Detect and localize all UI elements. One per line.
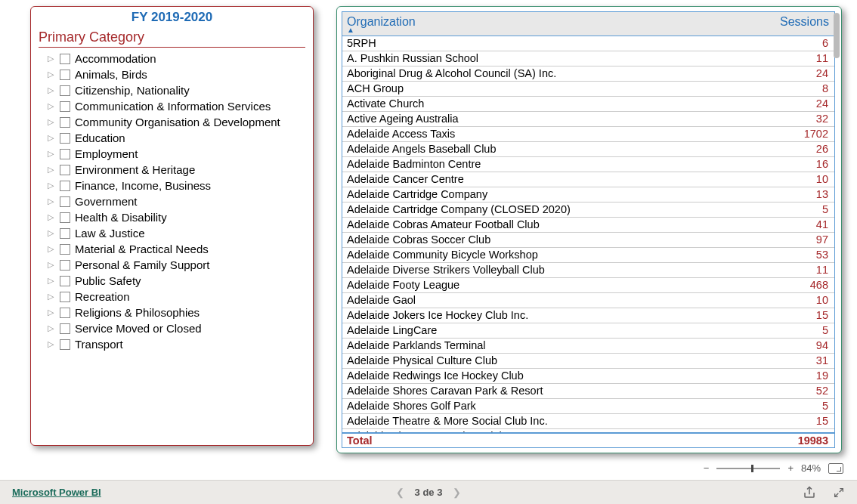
- category-checkbox[interactable]: [60, 181, 70, 191]
- table-row[interactable]: Adelaide Cancer Centre10: [342, 172, 834, 187]
- table-row[interactable]: ACH Group8: [342, 82, 834, 97]
- category-checkbox[interactable]: [60, 165, 70, 175]
- category-checkbox[interactable]: [60, 133, 70, 144]
- expand-arrow-icon[interactable]: ▷: [48, 228, 55, 238]
- category-checkbox[interactable]: [60, 339, 70, 350]
- category-checkbox[interactable]: [60, 308, 70, 318]
- category-item[interactable]: ▷Personal & Family Support: [48, 257, 305, 273]
- expand-arrow-icon[interactable]: ▷: [48, 85, 55, 95]
- category-item[interactable]: ▷Transport: [48, 336, 305, 352]
- vertical-scrollbar[interactable]: [834, 13, 840, 58]
- category-item[interactable]: ▷Recreation: [48, 289, 305, 305]
- category-item[interactable]: ▷Environment & Heritage: [48, 162, 305, 178]
- category-checkbox[interactable]: [60, 101, 70, 112]
- category-item[interactable]: ▷Communication & Information Services: [48, 98, 305, 114]
- category-item[interactable]: ▷Law & Justice: [48, 225, 305, 241]
- expand-arrow-icon[interactable]: ▷: [48, 339, 55, 349]
- expand-arrow-icon[interactable]: ▷: [48, 181, 55, 190]
- category-item[interactable]: ▷Education: [48, 130, 305, 146]
- category-checkbox[interactable]: [60, 196, 70, 207]
- category-item[interactable]: ▷Accommodation: [48, 51, 305, 66]
- expand-arrow-icon[interactable]: ▷: [48, 260, 55, 270]
- table-row[interactable]: 5RPH6: [342, 36, 834, 51]
- table-row[interactable]: Adelaide Physical Culture Club31: [342, 354, 834, 369]
- table-header-row: Organization ▲ Sessions: [342, 12, 834, 36]
- category-checkbox[interactable]: [60, 292, 70, 302]
- category-checkbox[interactable]: [60, 85, 70, 96]
- total-label: Total: [342, 434, 774, 447]
- expand-arrow-icon[interactable]: ▷: [48, 196, 55, 206]
- powerbi-brand-link[interactable]: Microsoft Power BI: [12, 487, 101, 498]
- table-row[interactable]: Adelaide Jokers Ice Hockey Club Inc.15: [342, 308, 834, 323]
- expand-arrow-icon[interactable]: ▷: [48, 276, 55, 286]
- table-row[interactable]: Adelaide Footy League468: [342, 278, 834, 293]
- zoom-in-button[interactable]: +: [787, 462, 794, 474]
- category-checkbox[interactable]: [60, 212, 70, 223]
- column-header-organization[interactable]: Organization ▲: [342, 12, 774, 36]
- table-row[interactable]: Adelaide LingCare5: [342, 323, 834, 339]
- table-row[interactable]: Adelaide Theatre & More Social Club Inc.…: [342, 414, 834, 429]
- category-item[interactable]: ▷Religions & Philosophies: [48, 305, 305, 320]
- table-row[interactable]: Adelaide Diverse Strikers Volleyball Clu…: [342, 263, 834, 278]
- zoom-slider-thumb[interactable]: [751, 465, 753, 472]
- expand-arrow-icon[interactable]: ▷: [48, 54, 55, 63]
- expand-arrow-icon[interactable]: ▷: [48, 244, 55, 254]
- expand-arrow-icon[interactable]: ▷: [48, 133, 55, 143]
- category-item[interactable]: ▷Citizenship, Nationality: [48, 82, 305, 98]
- table-row[interactable]: Adelaide Parklands Terminal94: [342, 339, 834, 354]
- zoom-out-button[interactable]: −: [704, 462, 710, 474]
- category-checkbox[interactable]: [60, 54, 70, 64]
- zoom-slider[interactable]: [716, 468, 780, 469]
- category-checkbox[interactable]: [60, 117, 70, 128]
- table-row[interactable]: Adelaide Badminton Centre16: [342, 157, 834, 172]
- fullscreen-icon[interactable]: [833, 487, 845, 499]
- category-item[interactable]: ▷Health & Disability: [48, 209, 305, 225]
- next-page-button[interactable]: ❯: [453, 487, 461, 498]
- expand-arrow-icon[interactable]: ▷: [48, 117, 55, 127]
- expand-arrow-icon[interactable]: ▷: [48, 101, 55, 111]
- table-row[interactable]: Adelaide Cobras Soccer Club97: [342, 233, 834, 248]
- expand-arrow-icon[interactable]: ▷: [48, 308, 55, 317]
- cell-organization: Aboriginal Drug & Alcohol Council (SA) I…: [342, 66, 774, 81]
- category-checkbox[interactable]: [60, 228, 70, 239]
- table-row[interactable]: Adelaide Shores Caravan Park & Resort52: [342, 384, 834, 399]
- category-item[interactable]: ▷Service Moved or Closed: [48, 320, 305, 336]
- table-row[interactable]: A. Pushkin Russian School11: [342, 51, 834, 66]
- category-item[interactable]: ▷Finance, Income, Business: [48, 178, 305, 193]
- table-row[interactable]: Activate Church24: [342, 97, 834, 112]
- table-row[interactable]: Active Ageing Australia32: [342, 112, 834, 127]
- expand-arrow-icon[interactable]: ▷: [48, 149, 55, 159]
- category-checkbox[interactable]: [60, 244, 70, 255]
- share-icon[interactable]: [803, 486, 816, 499]
- table-row[interactable]: Adelaide Shores Golf Park5: [342, 399, 834, 414]
- table-row[interactable]: Adelaide Community Bicycle Workshop53: [342, 248, 834, 263]
- table-row[interactable]: Adelaide Access Taxis1702: [342, 127, 834, 142]
- table-row[interactable]: Adelaide Angels Baseball Club26: [342, 142, 834, 157]
- expand-arrow-icon[interactable]: ▷: [48, 323, 55, 333]
- category-checkbox[interactable]: [60, 260, 70, 271]
- expand-arrow-icon[interactable]: ▷: [48, 70, 55, 79]
- table-row[interactable]: Adelaide Cartridge Company (CLOSED 2020)…: [342, 203, 834, 218]
- category-checkbox[interactable]: [60, 276, 70, 286]
- category-item[interactable]: ▷Material & Practical Needs: [48, 241, 305, 257]
- table-row[interactable]: Adelaide Cartridge Company13: [342, 187, 834, 203]
- expand-arrow-icon[interactable]: ▷: [48, 292, 55, 301]
- expand-arrow-icon[interactable]: ▷: [48, 165, 55, 175]
- category-label: Material & Practical Needs: [75, 243, 209, 255]
- fit-to-page-icon[interactable]: [828, 463, 843, 474]
- category-item[interactable]: ▷Animals, Birds: [48, 66, 305, 82]
- table-row[interactable]: Aboriginal Drug & Alcohol Council (SA) I…: [342, 66, 834, 82]
- category-checkbox[interactable]: [60, 70, 70, 80]
- prev-page-button[interactable]: ❮: [396, 487, 404, 498]
- category-checkbox[interactable]: [60, 323, 70, 334]
- table-row[interactable]: Adelaide Redwings Ice Hockey Club19: [342, 369, 834, 384]
- expand-arrow-icon[interactable]: ▷: [48, 212, 55, 222]
- category-item[interactable]: ▷Public Safety: [48, 273, 305, 289]
- category-item[interactable]: ▷Employment: [48, 146, 305, 162]
- table-row[interactable]: Adelaide Gaol10: [342, 293, 834, 308]
- category-item[interactable]: ▷Community Organisation & Development: [48, 114, 305, 130]
- table-row[interactable]: Adelaide Cobras Amateur Football Club41: [342, 218, 834, 233]
- category-checkbox[interactable]: [60, 149, 70, 159]
- category-item[interactable]: ▷Government: [48, 193, 305, 209]
- column-header-sessions[interactable]: Sessions: [774, 12, 834, 36]
